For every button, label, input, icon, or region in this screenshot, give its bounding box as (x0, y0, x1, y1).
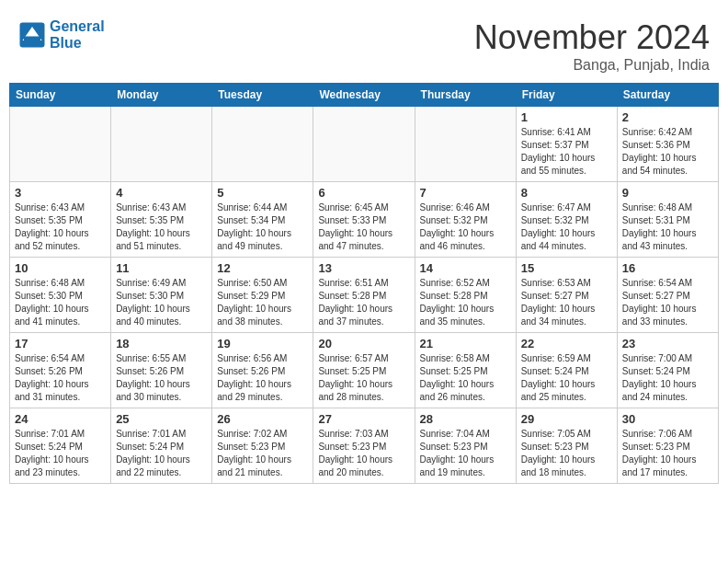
day-number: 15 (521, 261, 612, 275)
day-info: Sunrise: 6:42 AM Sunset: 5:36 PM Dayligh… (622, 126, 713, 178)
day-number: 19 (217, 337, 308, 350)
calendar-cell: 4Sunrise: 6:43 AM Sunset: 5:35 PM Daylig… (111, 182, 212, 258)
day-header-sunday: Sunday (10, 84, 111, 107)
day-number: 10 (15, 261, 106, 275)
page-header: General Blue November 2024 Banga, Punjab… (9, 9, 719, 78)
day-info: Sunrise: 6:41 AM Sunset: 5:37 PM Dayligh… (521, 126, 612, 178)
day-info: Sunrise: 6:51 AM Sunset: 5:28 PM Dayligh… (318, 277, 409, 328)
calendar-cell: 1Sunrise: 6:41 AM Sunset: 5:37 PM Daylig… (516, 107, 617, 182)
day-number: 30 (622, 412, 713, 426)
day-header-tuesday: Tuesday (212, 84, 313, 107)
day-number: 3 (15, 186, 106, 200)
calendar-cell: 13Sunrise: 6:51 AM Sunset: 5:28 PM Dayli… (313, 258, 415, 333)
day-number: 26 (217, 412, 308, 426)
day-number: 8 (521, 186, 612, 200)
day-number: 5 (217, 186, 308, 200)
day-info: Sunrise: 6:54 AM Sunset: 5:26 PM Dayligh… (15, 352, 106, 404)
day-number: 24 (15, 412, 106, 426)
logo-icon (18, 21, 46, 49)
day-number: 20 (318, 337, 409, 350)
calendar-cell: 10Sunrise: 6:48 AM Sunset: 5:30 PM Dayli… (10, 258, 111, 333)
calendar-cell: 3Sunrise: 6:43 AM Sunset: 5:35 PM Daylig… (10, 182, 111, 258)
calendar-cell: 20Sunrise: 6:57 AM Sunset: 5:25 PM Dayli… (313, 333, 415, 408)
title-block: November 2024 Banga, Punjab, India (474, 18, 710, 74)
day-number: 21 (420, 337, 511, 350)
calendar-cell: 23Sunrise: 7:00 AM Sunset: 5:24 PM Dayli… (617, 333, 718, 408)
calendar-cell: 16Sunrise: 6:54 AM Sunset: 5:27 PM Dayli… (617, 258, 718, 333)
day-number: 14 (420, 261, 511, 275)
calendar-header-row: SundayMondayTuesdayWednesdayThursdayFrid… (10, 84, 719, 107)
day-info: Sunrise: 6:54 AM Sunset: 5:27 PM Dayligh… (622, 277, 713, 328)
day-number: 9 (622, 186, 713, 200)
calendar-cell: 22Sunrise: 6:59 AM Sunset: 5:24 PM Dayli… (516, 333, 617, 408)
calendar-cell: 6Sunrise: 6:45 AM Sunset: 5:33 PM Daylig… (313, 182, 415, 258)
day-header-wednesday: Wednesday (313, 84, 415, 107)
logo-text-line2: Blue (50, 35, 105, 52)
calendar-cell (111, 107, 212, 182)
day-info: Sunrise: 6:46 AM Sunset: 5:32 PM Dayligh… (420, 201, 511, 253)
calendar-cell: 26Sunrise: 7:02 AM Sunset: 5:23 PM Dayli… (212, 408, 313, 484)
calendar-cell (415, 107, 516, 182)
calendar-cell: 30Sunrise: 7:06 AM Sunset: 5:23 PM Dayli… (617, 408, 718, 484)
calendar-week-row: 24Sunrise: 7:01 AM Sunset: 5:24 PM Dayli… (10, 408, 719, 484)
calendar-cell (10, 107, 111, 182)
calendar-cell: 28Sunrise: 7:04 AM Sunset: 5:23 PM Dayli… (415, 408, 516, 484)
day-number: 27 (318, 412, 409, 426)
day-number: 6 (318, 186, 409, 200)
calendar-cell: 17Sunrise: 6:54 AM Sunset: 5:26 PM Dayli… (10, 333, 111, 408)
logo: General Blue (18, 18, 105, 51)
calendar-week-row: 3Sunrise: 6:43 AM Sunset: 5:35 PM Daylig… (10, 182, 719, 258)
day-info: Sunrise: 6:59 AM Sunset: 5:24 PM Dayligh… (521, 352, 612, 404)
day-info: Sunrise: 7:01 AM Sunset: 5:24 PM Dayligh… (116, 428, 207, 479)
calendar-cell: 18Sunrise: 6:55 AM Sunset: 5:26 PM Dayli… (111, 333, 212, 408)
calendar-week-row: 10Sunrise: 6:48 AM Sunset: 5:30 PM Dayli… (10, 258, 719, 333)
day-number: 2 (622, 110, 713, 124)
calendar-cell: 11Sunrise: 6:49 AM Sunset: 5:30 PM Dayli… (111, 258, 212, 333)
day-number: 17 (15, 337, 106, 350)
day-info: Sunrise: 6:55 AM Sunset: 5:26 PM Dayligh… (116, 352, 207, 404)
day-info: Sunrise: 6:45 AM Sunset: 5:33 PM Dayligh… (318, 201, 409, 253)
day-info: Sunrise: 6:48 AM Sunset: 5:31 PM Dayligh… (622, 201, 713, 253)
calendar-cell (313, 107, 415, 182)
day-info: Sunrise: 7:00 AM Sunset: 5:24 PM Dayligh… (622, 352, 713, 404)
day-info: Sunrise: 6:43 AM Sunset: 5:35 PM Dayligh… (116, 201, 207, 253)
calendar-week-row: 17Sunrise: 6:54 AM Sunset: 5:26 PM Dayli… (10, 333, 719, 408)
day-number: 18 (116, 337, 207, 350)
day-number: 22 (521, 337, 612, 350)
day-number: 13 (318, 261, 409, 275)
day-number: 4 (116, 186, 207, 200)
day-number: 7 (420, 186, 511, 200)
calendar-cell: 12Sunrise: 6:50 AM Sunset: 5:29 PM Dayli… (212, 258, 313, 333)
day-header-saturday: Saturday (617, 84, 718, 107)
day-info: Sunrise: 7:03 AM Sunset: 5:23 PM Dayligh… (318, 428, 409, 479)
day-number: 28 (420, 412, 511, 426)
day-number: 29 (521, 412, 612, 426)
calendar-cell: 21Sunrise: 6:58 AM Sunset: 5:25 PM Dayli… (415, 333, 516, 408)
svg-rect-2 (24, 36, 40, 43)
day-info: Sunrise: 7:01 AM Sunset: 5:24 PM Dayligh… (15, 428, 106, 479)
day-number: 16 (622, 261, 713, 275)
day-info: Sunrise: 7:04 AM Sunset: 5:23 PM Dayligh… (420, 428, 511, 479)
day-info: Sunrise: 7:06 AM Sunset: 5:23 PM Dayligh… (622, 428, 713, 479)
day-info: Sunrise: 6:44 AM Sunset: 5:34 PM Dayligh… (217, 201, 308, 253)
day-info: Sunrise: 6:48 AM Sunset: 5:30 PM Dayligh… (15, 277, 106, 328)
day-number: 11 (116, 261, 207, 275)
calendar-cell (212, 107, 313, 182)
day-info: Sunrise: 6:50 AM Sunset: 5:29 PM Dayligh… (217, 277, 308, 328)
calendar-cell: 15Sunrise: 6:53 AM Sunset: 5:27 PM Dayli… (516, 258, 617, 333)
day-info: Sunrise: 7:05 AM Sunset: 5:23 PM Dayligh… (521, 428, 612, 479)
day-info: Sunrise: 6:56 AM Sunset: 5:26 PM Dayligh… (217, 352, 308, 404)
calendar-cell: 29Sunrise: 7:05 AM Sunset: 5:23 PM Dayli… (516, 408, 617, 484)
location: Banga, Punjab, India (474, 57, 710, 74)
logo-text-line1: General (50, 18, 105, 35)
day-info: Sunrise: 6:57 AM Sunset: 5:25 PM Dayligh… (318, 352, 409, 404)
day-info: Sunrise: 6:53 AM Sunset: 5:27 PM Dayligh… (521, 277, 612, 328)
calendar-cell: 8Sunrise: 6:47 AM Sunset: 5:32 PM Daylig… (516, 182, 617, 258)
day-info: Sunrise: 6:43 AM Sunset: 5:35 PM Dayligh… (15, 201, 106, 253)
day-number: 25 (116, 412, 207, 426)
day-header-friday: Friday (516, 84, 617, 107)
month-title: November 2024 (474, 18, 710, 57)
day-info: Sunrise: 6:47 AM Sunset: 5:32 PM Dayligh… (521, 201, 612, 253)
calendar-table: SundayMondayTuesdayWednesdayThursdayFrid… (9, 83, 719, 484)
calendar-cell: 7Sunrise: 6:46 AM Sunset: 5:32 PM Daylig… (415, 182, 516, 258)
